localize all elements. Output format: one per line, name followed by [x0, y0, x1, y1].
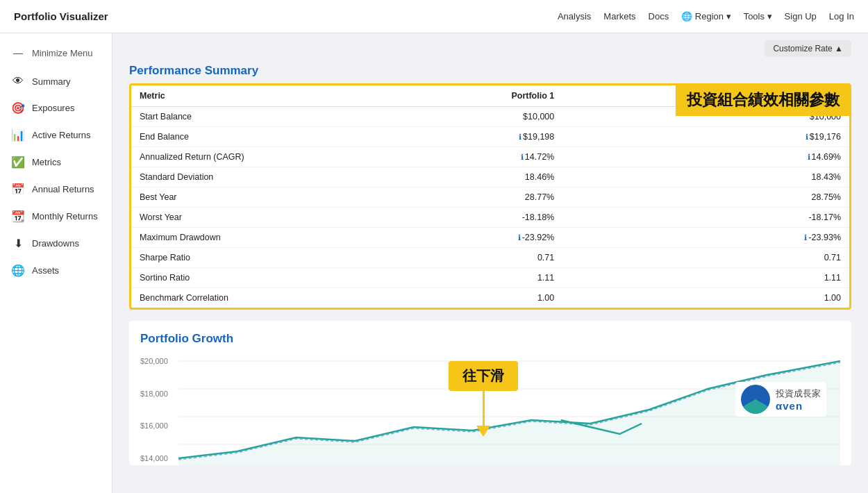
customize-rate-button[interactable]: Customize Rate ▲ — [765, 40, 851, 57]
arrow-head — [476, 426, 490, 437]
sidebar-item-summary[interactable]: 👁 Summary — [0, 68, 112, 94]
sidebar-label-assets: Assets — [32, 265, 59, 276]
portfolio1-value: -18.18% — [421, 208, 563, 228]
metric-label: Annualized Return (CAGR) — [131, 147, 421, 167]
logo-badge: 投資成長家 αven — [735, 382, 826, 417]
sidebar-label-drawdowns: Drawdowns — [32, 238, 79, 249]
annotation-title: 投資組合績效相關參數 — [676, 84, 851, 116]
sidebar-label-active-returns: Active Returns — [32, 130, 91, 140]
benchmark-value: 0.71 — [562, 248, 849, 268]
table-row: End Balanceℹ$19,198ℹ$19,176 — [131, 127, 849, 147]
main-nav: Analysis Markets Docs 🌐 Region ▾ Tools ▾… — [558, 11, 854, 22]
benchmark-value: -18.17% — [562, 208, 849, 228]
sidebar: — Minimize Menu 👁 Summary 🎯 Exposures 📊 … — [0, 33, 112, 493]
col-metric: Metric — [131, 85, 421, 107]
y-label-0: $20,000 — [140, 357, 171, 365]
exposures-icon: 🎯 — [11, 101, 25, 115]
nav-signup[interactable]: Sign Up — [785, 11, 817, 22]
nav-analysis[interactable]: Analysis — [558, 11, 591, 22]
sidebar-label-monthly-returns: Monthly Returns — [32, 211, 98, 222]
minimize-menu-button[interactable]: — Minimize Menu — [0, 40, 112, 65]
drawdowns-icon: ⬇ — [11, 237, 25, 250]
eye-icon: 👁 — [11, 75, 25, 87]
metric-label: Benchmark Correlation — [131, 288, 421, 308]
nav-region[interactable]: 🌐 Region ▾ — [681, 11, 731, 22]
app-layout: — Minimize Menu 👁 Summary 🎯 Exposures 📊 … — [0, 33, 868, 493]
metric-label: Standard Deviation — [131, 167, 421, 187]
portfolio1-value: 0.71 — [421, 248, 563, 268]
sidebar-item-metrics[interactable]: ✅ Metrics — [0, 149, 112, 176]
assets-icon: 🌐 — [11, 264, 25, 277]
active-returns-icon: 📊 — [11, 128, 25, 142]
minimize-icon: — — [11, 47, 25, 58]
logo-line1: 投資成長家 — [776, 387, 821, 400]
y-label-1: $18,000 — [140, 390, 171, 398]
sidebar-label-metrics: Metrics — [32, 157, 61, 167]
portfolio1-value: $10,000 — [421, 107, 563, 127]
logo-text: 投資成長家 αven — [776, 387, 821, 412]
table-row: Sortino Ratio1.111.11 — [131, 268, 849, 288]
table-row: Benchmark Correlation1.001.00 — [131, 288, 849, 308]
col-portfolio1: Portfolio 1 — [421, 85, 563, 107]
chart-area: 往下滑 投資成長家 αven $20,000 $18,000 $16, — [140, 354, 840, 465]
portfolio1-value: 18.46% — [421, 167, 563, 187]
metrics-icon: ✅ — [11, 156, 25, 169]
nav-docs[interactable]: Docs — [649, 11, 669, 22]
table-row: Annualized Return (CAGR)ℹ14.72%ℹ14.69% — [131, 147, 849, 167]
benchmark-value: 28.75% — [562, 187, 849, 208]
sidebar-item-drawdowns[interactable]: ⬇ Drawdowns — [0, 230, 112, 257]
benchmark-value: 1.11 — [562, 268, 849, 288]
minimize-label: Minimize Menu — [32, 48, 92, 58]
sidebar-item-exposures[interactable]: 🎯 Exposures — [0, 94, 112, 122]
nav-markets[interactable]: Markets — [603, 11, 635, 22]
sidebar-label-summary: Summary — [32, 76, 71, 87]
sidebar-item-assets[interactable]: 🌐 Assets — [0, 257, 112, 284]
metric-label: End Balance — [131, 127, 421, 147]
table-row: Standard Deviation18.46%18.43% — [131, 167, 849, 187]
performance-summary-title: Performance Summary — [129, 64, 851, 78]
annual-returns-icon: 📅 — [11, 183, 25, 196]
customize-bar: Customize Rate ▲ — [129, 33, 851, 61]
portfolio1-value: 28.77% — [421, 187, 563, 208]
metric-label: Sortino Ratio — [131, 268, 421, 288]
metric-label: Best Year — [131, 187, 421, 208]
benchmark-value: 1.00 — [562, 288, 849, 308]
scroll-annotation: 往下滑 — [449, 361, 518, 437]
performance-summary-card: 投資組合績效相關參數 Metric Portfolio 1 SPDR S&P 5… — [129, 83, 851, 310]
table-row: Worst Year-18.18%-18.17% — [131, 208, 849, 228]
nav-tools[interactable]: Tools ▾ — [744, 11, 772, 22]
portfolio1-value: 1.00 — [421, 288, 563, 308]
sidebar-label-exposures: Exposures — [32, 103, 74, 113]
nav-login[interactable]: Log In — [829, 11, 854, 22]
arrow-line — [483, 391, 485, 426]
metric-label: Maximum Drawdown — [131, 228, 421, 248]
performance-table: Metric Portfolio 1 SPDR S&P 500 ETF Trus… — [131, 85, 849, 308]
portfolio1-value: 1.11 — [421, 268, 563, 288]
y-label-2: $16,000 — [140, 421, 171, 430]
main-content: Customize Rate ▲ Performance Summary 投資組… — [112, 33, 868, 493]
benchmark-value: ℹ-23.93% — [562, 228, 849, 248]
monthly-returns-icon: 📆 — [11, 210, 25, 223]
portfolio-growth-title: Portfolio Growth — [140, 332, 840, 346]
portfolio1-value: ℹ14.72% — [421, 147, 563, 167]
benchmark-value: 18.43% — [562, 167, 849, 187]
table-row: Best Year28.77%28.75% — [131, 187, 849, 208]
sidebar-label-annual-returns: Annual Returns — [32, 184, 94, 194]
sidebar-item-active-returns[interactable]: 📊 Active Returns — [0, 122, 112, 149]
metric-label: Start Balance — [131, 107, 421, 127]
sidebar-item-annual-returns[interactable]: 📅 Annual Returns — [0, 176, 112, 203]
y-label-3: $14,000 — [140, 454, 171, 462]
logo-icon — [741, 385, 770, 414]
table-row: Maximum Drawdownℹ-23.92%ℹ-23.93% — [131, 228, 849, 248]
portfolio1-value: ℹ-23.92% — [421, 228, 563, 248]
metric-label: Sharpe Ratio — [131, 248, 421, 268]
portfolio-growth-section: Portfolio Growth 往下滑 投資成長家 αven — [129, 321, 851, 465]
sidebar-item-monthly-returns[interactable]: 📆 Monthly Returns — [0, 203, 112, 230]
scroll-annotation-label: 往下滑 — [449, 361, 518, 391]
table-row: Sharpe Ratio0.710.71 — [131, 248, 849, 268]
metric-label: Worst Year — [131, 208, 421, 228]
logo-line2: αven — [776, 400, 821, 412]
app-logo: Portfolio Visualizer — [14, 10, 108, 22]
benchmark-value: ℹ$19,176 — [562, 127, 849, 147]
benchmark-value: ℹ14.69% — [562, 147, 849, 167]
